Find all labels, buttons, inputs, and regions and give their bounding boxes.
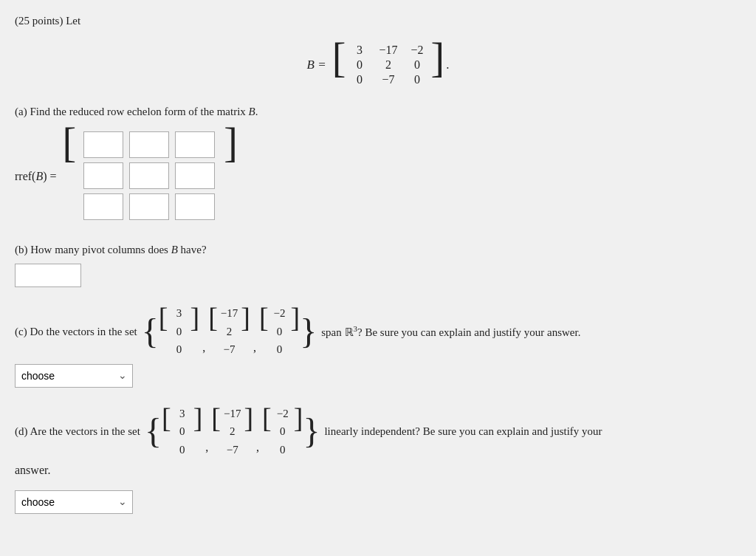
rref-input-01[interactable]: [129, 131, 169, 158]
bracket-left: [: [332, 41, 346, 89]
vec-d-2-bl: [: [211, 404, 221, 460]
part-d-answer-label: answer.: [15, 464, 50, 476]
vec-d-3-bl: [: [262, 404, 272, 460]
rref-input-10[interactable]: [83, 162, 123, 189]
rref-input-22[interactable]: [175, 193, 215, 220]
part-b-label: (b) How many pivot columns does B have?: [15, 244, 741, 256]
comma-d-2: ,: [256, 439, 259, 459]
part-d-select-wrapper[interactable]: choose Yes No ⌄: [15, 490, 133, 514]
part-d-answer-row: choose Yes No ⌄: [15, 490, 741, 514]
b-cell-11: 2: [379, 58, 397, 72]
title-text: (25 points) Let: [15, 15, 80, 27]
vd2-e2: 2: [224, 423, 241, 440]
rref-input-11[interactable]: [129, 162, 169, 189]
vec-c-3-bl: [: [259, 303, 269, 360]
part-c-question-row: (c) Do the vectors in the set { [ 3 0 0 …: [15, 303, 741, 360]
part-c-select-wrapper[interactable]: choose Yes No ⌄: [15, 364, 133, 388]
part-d-choose[interactable]: choose Yes No: [15, 490, 133, 514]
v2-e2: 2: [221, 323, 238, 340]
v2-e1: −17: [221, 305, 238, 322]
vec-c-3-br: ]: [291, 303, 300, 360]
vec-d-3: [ −2 0 0 ]: [262, 404, 303, 460]
b-cell-12: 0: [408, 58, 426, 72]
part-b-var: B: [171, 244, 181, 255]
vec-c-2-br: ]: [241, 303, 250, 360]
vec-c-1: [ 3 0 0 ]: [159, 303, 199, 360]
vec-d-3-br: ]: [294, 404, 303, 460]
matrix-b-label: B =: [307, 58, 326, 72]
b-cell-00: 3: [350, 44, 368, 57]
rref-input-matrix: [76, 126, 224, 227]
v1-e2: 0: [171, 323, 187, 340]
vd3-e3: 0: [275, 442, 291, 459]
vec-d-2: [ −17 2 −7 ]: [211, 404, 253, 460]
curly-left-c: {: [142, 314, 159, 349]
vd1-e1: 3: [174, 405, 190, 422]
part-c-after: span ℝ3? Be sure you can explain and jus…: [321, 323, 580, 341]
comma-c-1: ,: [202, 339, 205, 360]
matrix-b-display: B = [ 3 −17 −2 0 2 0 0 −7 0 ] .: [15, 41, 741, 89]
vec-c-3: [ −2 0 0 ]: [259, 303, 300, 360]
vec-d-3-entries: −2 0 0: [272, 404, 294, 460]
v2-e3: −7: [221, 341, 238, 358]
b-cell-02: −2: [408, 44, 426, 57]
part-d-section: (d) Are the vectors in the set { [ 3 0 0…: [15, 404, 741, 515]
rref-input-21[interactable]: [129, 193, 169, 220]
b-cell-10: 0: [350, 58, 368, 72]
v3-e1: −2: [272, 305, 288, 322]
vec-c-2-entries: −17 2 −7: [218, 303, 241, 360]
pivot-count-input[interactable]: [15, 264, 81, 287]
pivot-answer-row: [15, 264, 741, 287]
vec-c-1-br: ]: [190, 303, 199, 360]
vec-d-1-bl: [: [162, 404, 171, 460]
vec-d-1-br: ]: [193, 404, 203, 460]
rref-bracket-left: [: [63, 126, 77, 227]
rref-input-00[interactable]: [83, 131, 123, 158]
page: (25 points) Let B = [ 3 −17 −2 0 2 0 0 −…: [15, 15, 741, 514]
part-a-var: B: [249, 106, 255, 117]
part-a-period: .: [255, 106, 258, 117]
vec-d-1-entries: 3 0 0: [171, 404, 193, 460]
curly-right-d: }: [303, 413, 320, 449]
v1-e3: 0: [171, 341, 187, 358]
part-c-answer-row: choose Yes No ⌄: [15, 364, 741, 388]
rref-label: rref(B) =: [15, 170, 57, 183]
part-a-section: (a) Find the reduced row echelon form of…: [15, 106, 741, 227]
vector-set-d: { [ 3 0 0 ] , [ −17 2: [145, 404, 320, 460]
matrix-b-bracket: [ 3 −17 −2 0 2 0 0 −7 0 ]: [332, 41, 444, 89]
comma-c-2: ,: [253, 339, 256, 360]
rref-input-02[interactable]: [175, 131, 215, 158]
b-cell-21: −7: [379, 73, 397, 86]
v3-e2: 0: [272, 323, 288, 340]
rref-bracket-right: ]: [224, 126, 238, 227]
b-cell-20: 0: [350, 73, 368, 86]
rref-input-12[interactable]: [175, 162, 215, 189]
vd3-e1: −2: [275, 405, 291, 422]
v1-e1: 3: [171, 305, 187, 322]
rref-bracket: [ ]: [63, 126, 238, 227]
curly-left-d: {: [145, 413, 162, 449]
part-c-label: (c) Do the vectors in the set: [15, 323, 137, 340]
part-c-section: (c) Do the vectors in the set { [ 3 0 0 …: [15, 303, 741, 388]
vector-set-c: { [ 3 0 0 ] , [ −17 2: [142, 303, 317, 360]
vec-d-2-entries: −17 2 −7: [221, 404, 244, 460]
part-d-after: linearly independent? Be sure you can ex…: [324, 423, 602, 440]
vec-d-2-br: ]: [244, 404, 253, 460]
vd1-e3: 0: [174, 442, 190, 459]
part-d-answer-label-row: answer.: [15, 464, 741, 477]
curly-right-c: }: [300, 314, 317, 349]
part-b-text2: have?: [181, 244, 207, 255]
part-b-prefix: (b): [15, 244, 30, 255]
part-b-section: (b) How many pivot columns does B have?: [15, 244, 741, 287]
part-c-choose[interactable]: choose Yes No: [15, 364, 133, 388]
part-d-question-row: (d) Are the vectors in the set { [ 3 0 0…: [15, 404, 741, 460]
vec-d-1: [ 3 0 0 ]: [162, 404, 202, 460]
vec-c-1-bl: [: [159, 303, 168, 360]
rref-input-20[interactable]: [83, 193, 123, 220]
matrix-b-grid: 3 −17 −2 0 2 0 0 −7 0: [346, 41, 430, 89]
part-a-label: (a) Find the reduced row echelon form of…: [15, 106, 741, 118]
vd2-e3: −7: [224, 442, 241, 459]
b-cell-01: −17: [379, 44, 397, 57]
comma-d-1: ,: [205, 439, 208, 459]
problem-title: (25 points) Let: [15, 15, 741, 27]
